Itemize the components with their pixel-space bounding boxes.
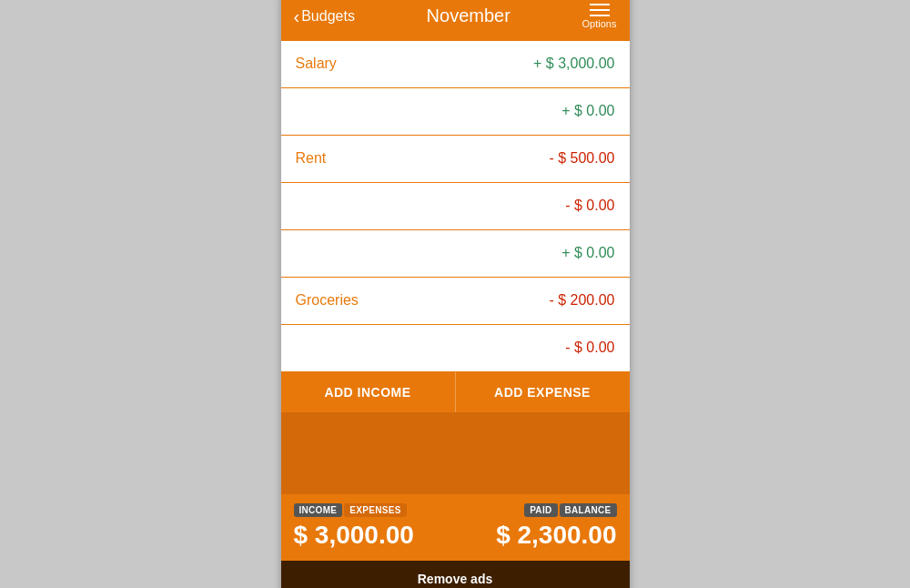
row-amount: - $ 500.00 — [549, 150, 614, 167]
row-label: Rent — [296, 150, 327, 167]
add-income-button[interactable]: ADD INCOME — [281, 372, 456, 412]
row-amount: - $ 0.00 — [565, 198, 614, 214]
summary-labels: INCOME EXPENSES PAID BALANCE — [294, 503, 617, 517]
summary-values: $ 3,000.00 $ 2,300.00 — [294, 521, 617, 550]
add-expense-button[interactable]: ADD EXPENSE — [456, 372, 630, 412]
options-button[interactable]: Options — [582, 4, 617, 29]
income-value: $ 3,000.00 — [294, 521, 414, 550]
row-amount: + $ 3,000.00 — [533, 56, 614, 72]
summary-section: INCOME EXPENSES PAID BALANCE $ 3,000.00 … — [281, 494, 630, 561]
row-amount: - $ 0.00 — [565, 340, 614, 356]
income-labels: INCOME EXPENSES — [294, 503, 407, 517]
row-label: Groceries — [296, 292, 359, 309]
back-button[interactable]: ‹ Budgets — [294, 7, 355, 25]
hamburger-icon — [590, 4, 610, 16]
income-badge: INCOME — [294, 503, 343, 517]
back-label: Budgets — [301, 8, 355, 25]
row-amount: + $ 0.00 — [561, 245, 614, 261]
add-buttons-row: ADD INCOME ADD EXPENSE — [281, 372, 630, 412]
budget-row[interactable]: Groceries - $ 200.00 — [281, 278, 630, 325]
budget-list: Salary + $ 3,000.00 + $ 0.00 Rent - $ 50… — [281, 41, 630, 372]
row-amount: + $ 0.00 — [561, 103, 614, 119]
expenses-badge: EXPENSES — [344, 503, 406, 517]
balance-value: $ 2,300.00 — [496, 521, 616, 550]
budget-row[interactable]: + $ 0.00 — [281, 88, 630, 136]
budget-row[interactable]: Salary + $ 3,000.00 — [281, 41, 630, 88]
balance-labels: PAID BALANCE — [524, 503, 616, 517]
ad-area — [281, 412, 630, 494]
back-chevron-icon: ‹ — [294, 7, 300, 25]
remove-ads-button[interactable]: Remove ads — [281, 561, 630, 589]
budget-row[interactable]: - $ 0.00 — [281, 183, 630, 230]
budget-row[interactable]: Rent - $ 500.00 — [281, 136, 630, 183]
phone-container: ‹ Budgets November Options Salary + $ 3,… — [281, 0, 630, 588]
row-amount: - $ 200.00 — [549, 292, 614, 309]
paid-badge: PAID — [524, 503, 557, 517]
row-label: Salary — [296, 56, 337, 72]
header: ‹ Budgets November Options — [281, 0, 630, 41]
page-title: November — [427, 5, 511, 26]
options-label: Options — [582, 18, 617, 29]
budget-row[interactable]: + $ 0.00 — [281, 230, 630, 278]
balance-badge: BALANCE — [560, 503, 617, 517]
budget-row[interactable]: - $ 0.00 — [281, 325, 630, 372]
